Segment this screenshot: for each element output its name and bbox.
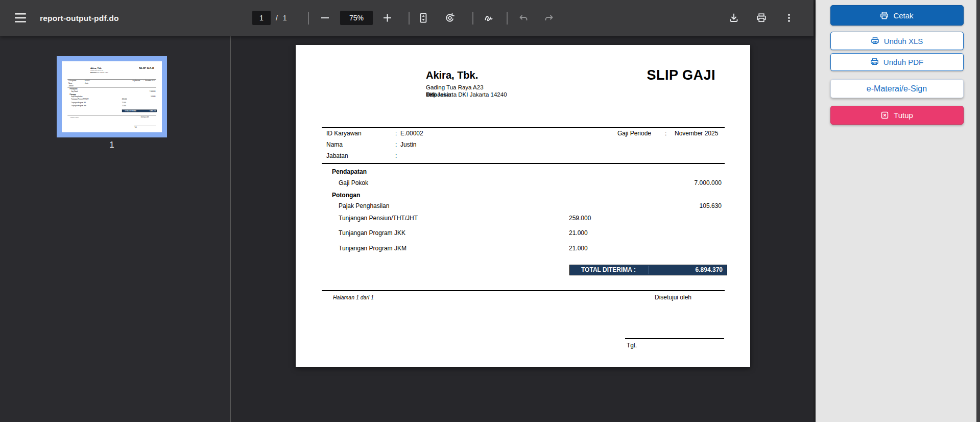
info-row: Jabatan: bbox=[322, 152, 725, 160]
signature-line bbox=[625, 338, 724, 339]
pdf-file-icon: PDF bbox=[870, 58, 879, 66]
info-row: Nama:Justin bbox=[322, 141, 725, 149]
pdf-viewer: report-output-pdf.do / 1 75% bbox=[0, 0, 814, 422]
salary-row: Tunjangan Program JKK21.000 bbox=[322, 229, 725, 238]
more-options-icon[interactable] bbox=[780, 9, 798, 27]
annotate-pen-icon[interactable] bbox=[480, 9, 497, 27]
salary-section-header: Pendapatan bbox=[322, 168, 725, 176]
thumbnail-preview: Akira, Tbk. Gading Tua Raya A23 TelpDKI … bbox=[62, 61, 162, 132]
salary-row: Tunjangan Program JKM21.000 bbox=[322, 245, 725, 253]
printer-icon bbox=[880, 11, 889, 20]
company-name: Akira, Tbk. bbox=[426, 69, 478, 81]
undo-icon[interactable] bbox=[515, 9, 532, 27]
company-address: Gading Tua Raya A23 TelpDKI Jakarta DKI … bbox=[426, 84, 579, 98]
svg-text:PDF: PDF bbox=[872, 62, 876, 64]
document-heading: SLIP GAJI bbox=[647, 67, 715, 83]
toolbar-divider bbox=[507, 12, 508, 25]
period-label: Gaji Periode bbox=[617, 130, 651, 137]
toolbar-divider bbox=[409, 12, 410, 25]
action-panel: Cetak XLS Unduh XLS PDF Unduh PDF e-Mate… bbox=[814, 0, 980, 422]
rotate-icon[interactable] bbox=[441, 9, 459, 27]
date-label: Tgl. bbox=[627, 342, 637, 349]
page-number-input[interactable] bbox=[252, 11, 271, 25]
download-icon[interactable] bbox=[725, 9, 743, 27]
pdf-report-window: report-output-pdf.do / 1 75% bbox=[0, 0, 980, 422]
salary-section-header: Potongan bbox=[322, 192, 725, 200]
total-divider bbox=[648, 266, 649, 274]
rule bbox=[322, 290, 725, 291]
salary-row: Tunjangan Pensiun/THT/JHT259.000 bbox=[322, 215, 725, 223]
redo-icon[interactable] bbox=[540, 9, 558, 27]
period-value: November 2025 bbox=[675, 130, 718, 137]
menu-icon[interactable] bbox=[12, 9, 29, 27]
close-box-icon bbox=[880, 111, 889, 120]
print-button[interactable]: Cetak bbox=[830, 5, 964, 26]
e-materai-sign-button[interactable]: e-Materai/e-Sign bbox=[830, 79, 964, 98]
toolbar-divider bbox=[308, 12, 309, 25]
document-area: Akira, Tbk. Gading Tua Raya A23 TelpDKI … bbox=[231, 36, 814, 422]
page-thumbnail[interactable]: Akira, Tbk. Gading Tua Raya A23 TelpDKI … bbox=[57, 56, 167, 137]
zoom-in-icon[interactable] bbox=[379, 9, 396, 27]
page-footer-label: Halaman 1 dari 1 bbox=[333, 294, 374, 300]
total-label: TOTAL DITERIMA : bbox=[581, 265, 636, 275]
download-pdf-button[interactable]: PDF Unduh PDF bbox=[830, 53, 964, 71]
xls-file-icon: XLS bbox=[871, 37, 879, 45]
page-count-label: / 1 bbox=[276, 0, 287, 36]
thumbnail-panel: Akira, Tbk. Gading Tua Raya A23 TelpDKI … bbox=[0, 36, 231, 422]
document-title: report-output-pdf.do bbox=[40, 0, 119, 36]
address-line-3: Indonesia bbox=[426, 91, 579, 99]
toolbar-divider bbox=[472, 12, 473, 25]
print-icon[interactable] bbox=[753, 9, 770, 27]
zoom-out-icon[interactable] bbox=[317, 9, 334, 27]
info-row: ID Karyawan:E.00002 Gaji Periode:Novembe… bbox=[322, 130, 725, 138]
total-received-bar: TOTAL DITERIMA : 6.894.370 bbox=[569, 265, 727, 275]
pdf-page: Akira, Tbk. Gading Tua Raya A23 TelpDKI … bbox=[296, 45, 750, 367]
zoom-level-field[interactable]: 75% bbox=[340, 11, 373, 25]
fit-to-page-icon[interactable] bbox=[415, 9, 432, 27]
total-value: 6.894.370 bbox=[696, 265, 723, 275]
approved-by-label: Disetujui oleh bbox=[655, 294, 691, 301]
salary-row: Gaji Pokok7.000.000 bbox=[322, 179, 725, 187]
svg-text:XLS: XLS bbox=[873, 41, 877, 43]
address-line-1: Gading Tua Raya A23 bbox=[426, 84, 579, 91]
rule bbox=[322, 127, 725, 128]
rule bbox=[322, 163, 725, 164]
close-button[interactable]: Tutup bbox=[830, 106, 964, 125]
download-xls-button[interactable]: XLS Unduh XLS bbox=[830, 32, 964, 50]
thumbnail-page-number: 1 bbox=[57, 140, 167, 150]
pdf-toolbar: report-output-pdf.do / 1 75% bbox=[0, 0, 814, 36]
viewer-content: Akira, Tbk. Gading Tua Raya A23 TelpDKI … bbox=[0, 36, 814, 422]
salary-row: Pajak Penghasilan105.630 bbox=[322, 202, 725, 210]
